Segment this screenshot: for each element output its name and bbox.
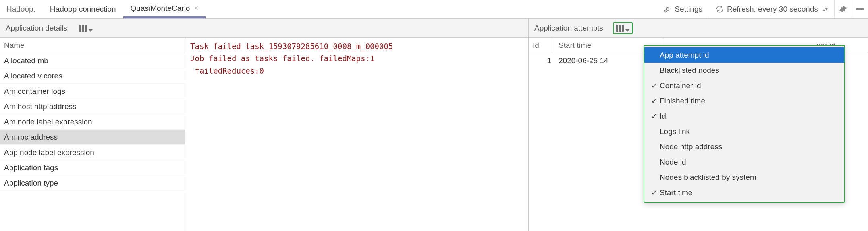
name-column: Name Allocated mbAllocated v coresAm con… xyxy=(0,38,185,231)
table-row[interactable]: Am host http address xyxy=(0,99,185,114)
tab-label: QuasiMonteCarlo xyxy=(131,4,190,13)
panel-title: Application details xyxy=(6,24,67,33)
table-row[interactable]: App node label expression xyxy=(0,145,185,160)
table-row[interactable]: Am node label expression xyxy=(0,114,185,130)
cell-id: 1 xyxy=(529,56,554,65)
popup-item[interactable]: App attempt id xyxy=(644,47,844,63)
refresh-label: Refresh: every 30 seconds xyxy=(727,5,818,14)
toolbar-prefix: Hadoop: xyxy=(6,5,35,14)
minimize-button[interactable] xyxy=(851,0,868,18)
check-icon: ✓ xyxy=(648,81,660,90)
popup-item-label: Nodes blacklisted by system xyxy=(660,173,839,182)
popup-item[interactable]: Nodes blacklisted by system xyxy=(644,170,844,185)
chevron-updown-icon: ▴▾ xyxy=(823,6,828,12)
popup-item[interactable]: ✓Start time xyxy=(644,185,844,200)
popup-item[interactable]: ✓Container id xyxy=(644,78,844,93)
check-icon: ✓ xyxy=(648,112,660,121)
popup-item-label: Container id xyxy=(660,81,839,90)
popup-item-label: Node http address xyxy=(660,142,839,151)
check-icon: ✓ xyxy=(648,97,660,105)
settings-button[interactable]: Settings xyxy=(657,0,709,18)
top-toolbar: Hadoop: Hadoop connection QuasiMonteCarl… xyxy=(0,0,868,19)
popup-item[interactable]: Node http address xyxy=(644,139,844,155)
popup-item[interactable]: ✓Id xyxy=(644,109,844,124)
popup-item-label: Node id xyxy=(660,158,839,167)
panel-title: Application attempts xyxy=(534,24,603,33)
table-row[interactable]: Application tags xyxy=(0,160,185,175)
gear-icon xyxy=(839,5,847,13)
tab-quasimontecarlo[interactable]: QuasiMonteCarlo × xyxy=(123,0,206,18)
popup-item[interactable]: Logs link xyxy=(644,124,844,139)
options-button[interactable] xyxy=(834,0,851,18)
popup-item-label: Blacklisted nodes xyxy=(660,66,839,75)
popup-item-label: App attempt id xyxy=(660,51,839,60)
log-text: Task failed task_1593079285610_0008_m_00… xyxy=(190,40,523,77)
popup-item-label: Start time xyxy=(660,188,839,197)
columns-icon[interactable] xyxy=(613,22,633,34)
popup-item[interactable]: ✓Finished time xyxy=(644,93,844,109)
refresh-button[interactable]: Refresh: every 30 seconds ▴▾ xyxy=(709,0,834,18)
panel-application-details: Application details Name Allocated mbAll… xyxy=(0,19,529,231)
columns-icon[interactable] xyxy=(77,23,95,33)
refresh-icon xyxy=(716,5,724,13)
tabs: Hadoop connection QuasiMonteCarlo × xyxy=(43,0,206,18)
panel-header: Application attempts xyxy=(529,19,868,38)
table-row[interactable]: Allocated mb xyxy=(0,53,185,68)
panel-body: Name Allocated mbAllocated v coresAm con… xyxy=(0,38,528,231)
column-header-name[interactable]: Name xyxy=(0,38,185,53)
wrench-icon xyxy=(663,5,671,13)
popup-item[interactable]: Blacklisted nodes xyxy=(644,63,844,78)
toolbar-right: Settings Refresh: every 30 seconds ▴▾ xyxy=(657,0,868,18)
popup-item-label: Finished time xyxy=(660,97,839,105)
settings-label: Settings xyxy=(675,5,702,14)
minimize-icon xyxy=(856,8,864,10)
popup-item[interactable]: Node id xyxy=(644,155,844,170)
close-icon[interactable]: × xyxy=(194,4,198,12)
tab-hadoop-connection[interactable]: Hadoop connection xyxy=(43,0,123,18)
panel-header: Application details xyxy=(0,19,528,38)
tab-label: Hadoop connection xyxy=(50,5,116,14)
check-icon: ✓ xyxy=(648,188,660,197)
popup-item-label: Logs link xyxy=(660,127,839,136)
log-output: Task failed task_1593079285610_0008_m_00… xyxy=(185,38,528,231)
popup-item-label: Id xyxy=(660,112,839,121)
table-row[interactable]: Application type xyxy=(0,175,185,191)
column-chooser-popup[interactable]: App attempt idBlacklisted nodes✓Containe… xyxy=(644,45,845,203)
table-row[interactable]: Am container logs xyxy=(0,84,185,99)
table-row[interactable]: Allocated v cores xyxy=(0,68,185,84)
column-header-id[interactable]: Id xyxy=(529,38,554,53)
table-row[interactable]: Am rpc address xyxy=(0,130,185,145)
